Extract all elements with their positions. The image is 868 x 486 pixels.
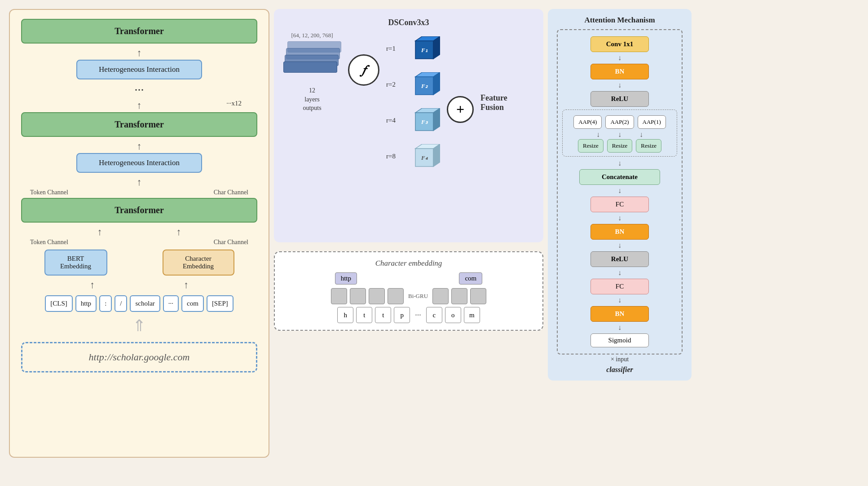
arrow-6: ↓ bbox=[562, 241, 677, 250]
gru-1 bbox=[331, 288, 347, 304]
token-colon: : bbox=[99, 295, 112, 312]
gru-7 bbox=[470, 288, 486, 304]
fc2-box: FC bbox=[590, 279, 649, 294]
arrow-9: ↓ bbox=[562, 324, 677, 332]
left-panel: Transformer ↑ Heterogeneous Interaction … bbox=[9, 9, 269, 458]
char-channel-top: Char Channel bbox=[214, 189, 248, 196]
cube-f2: F₂ bbox=[409, 72, 440, 97]
bn2-box: BN bbox=[590, 224, 649, 240]
token-slash: / bbox=[115, 295, 127, 312]
token-channel-top: Token Channel bbox=[30, 189, 68, 196]
token-cls: [CLS] bbox=[45, 295, 73, 312]
arrows-aap: ↓↓↓ bbox=[566, 131, 673, 139]
r2-label: r=2 bbox=[386, 81, 404, 88]
concat-box: Concatenate bbox=[579, 169, 660, 185]
char-h: h bbox=[337, 307, 353, 323]
r8-label: r=8 bbox=[386, 153, 404, 160]
attention-title: Attention Mechanism bbox=[557, 16, 683, 25]
right-panel: Attention Mechanism Conv 1x1 ↓ BN ↓ ReLU… bbox=[548, 9, 692, 381]
arrow-up-3: ↑ bbox=[21, 140, 257, 152]
embedding-row: BERTEmbedding CharacterEmbedding bbox=[21, 250, 257, 276]
url-input: http://scholar.google.com bbox=[21, 342, 257, 372]
arrow-3: ↓ bbox=[562, 159, 677, 167]
transformer-mid: Transformer bbox=[21, 112, 257, 137]
arrow-up-1: ↑ bbox=[21, 47, 257, 59]
svg-text:F₁: F₁ bbox=[421, 47, 428, 53]
hetero-interaction-top: Heterogeneous Interaction bbox=[76, 60, 202, 79]
char-o: o bbox=[445, 307, 461, 323]
dims-label: [64, 12, 200, 768] bbox=[291, 32, 333, 39]
gru-5 bbox=[432, 288, 449, 304]
channel-labels-bot: Token Channel Char Channel bbox=[21, 239, 257, 246]
aap4-box: AAP(4) bbox=[573, 115, 602, 129]
char-embedding-box: CharacterEmbedding bbox=[163, 250, 234, 276]
arrow-4: ↓ bbox=[562, 187, 677, 195]
feature-fusion-label: FeatureFusion bbox=[480, 93, 507, 112]
svg-text:F₃: F₃ bbox=[421, 118, 428, 125]
bert-embedding-box: BERTEmbedding bbox=[44, 250, 107, 276]
big-arrow-up: ⇑ bbox=[21, 316, 257, 335]
char-t1: t bbox=[356, 307, 372, 323]
tokens-row: [CLS] http : / scholar ··· com [SEP] bbox=[21, 295, 257, 312]
cube-f4: F₄ bbox=[409, 144, 440, 169]
char-c: c bbox=[426, 307, 442, 323]
char-p: p bbox=[394, 307, 410, 323]
transformer-top: Transformer bbox=[21, 19, 257, 44]
resize2-box: Resize bbox=[607, 139, 633, 153]
x12-label: ···x12 bbox=[226, 100, 242, 107]
attention-inner: Conv 1x1 ↓ BN ↓ ReLU AAP(4) AAP(2) AAP(1… bbox=[557, 29, 683, 355]
char-channel-bot: Char Channel bbox=[214, 239, 248, 246]
channel-labels-top: Token Channel Char Channel bbox=[21, 189, 257, 196]
f-circle: 𝑓 bbox=[348, 54, 379, 86]
classifier-text: classifier bbox=[557, 366, 683, 374]
relu1-box: ReLU bbox=[590, 91, 649, 107]
chars-dots: ··· bbox=[415, 311, 421, 320]
main-container: Transformer ↑ Heterogeneous Interaction … bbox=[0, 0, 868, 486]
bn1-box: BN bbox=[590, 64, 649, 79]
arrow-up-4: ↑ bbox=[21, 176, 257, 188]
arrow-2: ↓ bbox=[562, 81, 677, 89]
hetero-interaction-mid: Heterogeneous Interaction bbox=[76, 153, 202, 173]
bn3-box: BN bbox=[590, 306, 649, 322]
aap1-box: AAP(1) bbox=[638, 115, 666, 129]
resize-row: Resize Resize Resize bbox=[566, 139, 673, 153]
r4-label: r=4 bbox=[386, 117, 404, 124]
token-sep: [SEP] bbox=[207, 295, 234, 312]
char-embed-title: Character embedding bbox=[284, 259, 533, 268]
token-channel-bot: Token Channel bbox=[30, 239, 68, 246]
gru-3 bbox=[369, 288, 385, 304]
char-embed-section: Character embedding http com Bi-GRU h t bbox=[274, 251, 543, 331]
arrow-5: ↓ bbox=[562, 214, 677, 222]
plus-circle: + bbox=[447, 96, 474, 123]
gru-2 bbox=[350, 288, 366, 304]
token-scholar: scholar bbox=[130, 295, 160, 312]
gru-6 bbox=[451, 288, 467, 304]
feature-section: DSConv3x3 [64, 12, 200, 768] 12layersout… bbox=[274, 9, 543, 242]
relu2-box: ReLU bbox=[590, 251, 649, 267]
char-t2: t bbox=[375, 307, 391, 323]
arrow-up-2: ↑ bbox=[21, 100, 257, 111]
sigmoid-box: Sigmoid bbox=[590, 333, 649, 347]
arrow-8: ↓ bbox=[562, 296, 677, 304]
middle-panel: DSConv3x3 [64, 12, 200, 768] 12layersout… bbox=[274, 9, 543, 331]
com-word: com bbox=[459, 272, 482, 285]
x-input-text: × input bbox=[557, 356, 683, 363]
aap2-box: AAP(2) bbox=[605, 115, 634, 129]
http-word: http bbox=[335, 272, 357, 285]
svg-text:F₄: F₄ bbox=[421, 154, 428, 161]
arrow-1: ↓ bbox=[562, 54, 677, 62]
char-m: m bbox=[464, 307, 480, 323]
token-http: http bbox=[75, 295, 97, 312]
r1-label: r=1 bbox=[386, 45, 404, 53]
transformer-bot: Transformer bbox=[21, 198, 257, 223]
arrow-7: ↓ bbox=[562, 269, 677, 277]
conv-box: Conv 1x1 bbox=[590, 36, 649, 52]
token-com: com bbox=[181, 295, 204, 312]
token-dots: ··· bbox=[163, 295, 179, 312]
dots-top: ··· bbox=[21, 83, 257, 97]
layers-label: 12layersoutputs bbox=[303, 86, 321, 113]
cube-f3: F₃ bbox=[409, 108, 440, 133]
dsconv-label: DSConv3x3 bbox=[283, 18, 534, 27]
resize1-box: Resize bbox=[578, 139, 604, 153]
aap-row: AAP(4) AAP(2) AAP(1) bbox=[566, 115, 673, 129]
